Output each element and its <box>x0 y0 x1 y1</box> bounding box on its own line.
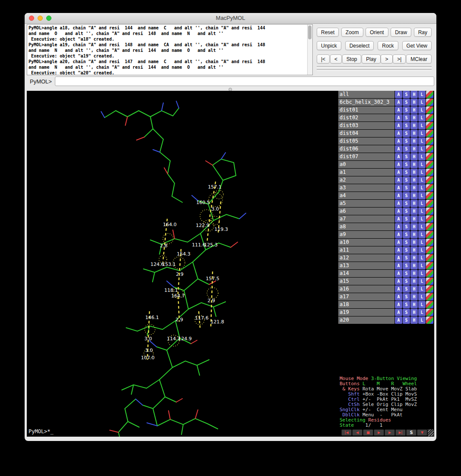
object-h-button[interactable]: H <box>410 169 418 176</box>
object-h-button[interactable]: H <box>410 208 418 215</box>
object-l-button[interactable]: L <box>418 114 426 121</box>
object-color-button[interactable] <box>426 200 433 207</box>
object-a-button[interactable]: A <box>395 293 402 300</box>
object-a-button[interactable]: A <box>395 270 402 277</box>
zoom-button[interactable]: Zoom <box>341 28 363 37</box>
object-a-button[interactable]: A <box>395 91 402 98</box>
object-l-button[interactable]: L <box>418 130 426 137</box>
object-a-button[interactable]: A <box>395 254 402 262</box>
object-a-button[interactable]: A <box>395 208 402 215</box>
object-s-button[interactable]: S <box>403 246 410 254</box>
object-l-button[interactable]: L <box>418 262 426 269</box>
object-color-button[interactable] <box>426 231 433 238</box>
object-s-button[interactable]: S <box>403 316 410 324</box>
object-color-button[interactable] <box>426 262 433 269</box>
stop-playback-button[interactable]: ■ <box>363 429 373 436</box>
object-s-button[interactable]: S <box>403 176 410 184</box>
object-a-button[interactable]: A <box>395 130 402 137</box>
object-a-button[interactable]: A <box>395 262 402 269</box>
object-s-button[interactable]: S <box>403 239 410 246</box>
object-s-button[interactable]: S <box>403 215 410 223</box>
object-color-button[interactable] <box>426 130 433 137</box>
object-l-button[interactable]: L <box>418 145 426 153</box>
object-l-button[interactable]: L <box>418 316 426 324</box>
object-s-button[interactable]: S <box>403 106 410 114</box>
object-h-button[interactable]: H <box>410 130 418 137</box>
play-button[interactable]: Play <box>362 54 380 64</box>
object-s-button[interactable]: S <box>403 184 410 192</box>
object-h-button[interactable]: H <box>410 106 418 114</box>
object-a-button[interactable]: A <box>395 106 402 114</box>
object-l-button[interactable]: L <box>418 192 426 199</box>
object-l-button[interactable]: L <box>418 215 426 223</box>
title-bar[interactable]: MacPyMOL <box>25 13 436 24</box>
object-a-button[interactable]: A <box>395 169 402 176</box>
resize-grip[interactable] <box>428 429 434 436</box>
prev-frame-button[interactable]: < <box>330 54 342 64</box>
object-name[interactable]: a20 <box>338 316 394 324</box>
next-frame-button[interactable]: > <box>381 54 392 64</box>
object-name[interactable]: a19 <box>338 309 394 316</box>
object-s-button[interactable]: S <box>403 91 410 98</box>
object-color-button[interactable] <box>426 309 433 316</box>
object-color-button[interactable] <box>426 122 433 129</box>
object-s-button[interactable]: S <box>403 99 410 106</box>
object-name[interactable]: a10 <box>338 239 394 246</box>
object-name[interactable]: dist07 <box>338 153 394 160</box>
object-a-button[interactable]: A <box>395 176 402 184</box>
object-a-button[interactable]: A <box>395 184 402 192</box>
object-h-button[interactable]: H <box>410 231 418 238</box>
ray-button[interactable]: Ray <box>414 28 432 37</box>
object-l-button[interactable]: L <box>418 231 426 238</box>
object-color-button[interactable] <box>426 208 433 215</box>
object-color-button[interactable] <box>426 169 433 176</box>
object-a-button[interactable]: A <box>395 153 402 160</box>
mclear-button[interactable]: MClear <box>406 54 432 64</box>
get-view-button[interactable]: Get View <box>402 41 432 50</box>
object-name[interactable]: a4 <box>338 192 394 199</box>
object-a-button[interactable]: A <box>395 99 402 106</box>
object-name[interactable]: dist04 <box>338 130 394 137</box>
reset-button[interactable]: Reset <box>317 28 339 37</box>
object-color-button[interactable] <box>426 114 433 121</box>
object-h-button[interactable]: H <box>410 239 418 246</box>
object-h-button[interactable]: H <box>410 91 418 98</box>
step-forward-button[interactable]: ▶ <box>385 429 395 436</box>
object-a-button[interactable]: A <box>395 137 402 145</box>
object-l-button[interactable]: L <box>418 184 426 192</box>
object-name[interactable]: a7 <box>338 215 394 223</box>
object-l-button[interactable]: L <box>418 246 426 254</box>
object-h-button[interactable]: H <box>410 145 418 153</box>
object-s-button[interactable]: S <box>403 114 410 121</box>
object-color-button[interactable] <box>426 99 433 106</box>
object-color-button[interactable] <box>426 153 433 160</box>
console-scrollbar[interactable] <box>307 25 312 75</box>
object-s-button[interactable]: S <box>403 231 410 238</box>
object-s-button[interactable]: S <box>403 153 410 160</box>
object-a-button[interactable]: A <box>395 114 402 121</box>
object-s-button[interactable]: S <box>403 169 410 176</box>
mouse-panel-line[interactable]: State 1/ 1 <box>340 423 434 428</box>
object-h-button[interactable]: H <box>410 223 418 230</box>
go-first-button[interactable]: |◀ <box>341 429 352 436</box>
object-l-button[interactable]: L <box>418 153 426 160</box>
object-h-button[interactable]: H <box>410 161 418 168</box>
object-a-button[interactable]: A <box>395 161 402 168</box>
object-a-button[interactable]: A <box>395 192 402 199</box>
object-h-button[interactable]: H <box>410 285 418 293</box>
object-h-button[interactable]: H <box>410 99 418 106</box>
object-s-button[interactable]: S <box>403 223 410 230</box>
object-l-button[interactable]: L <box>418 161 426 168</box>
object-name[interactable]: dist03 <box>338 122 394 129</box>
object-h-button[interactable]: H <box>410 176 418 184</box>
first-frame-button[interactable]: |< <box>317 54 330 64</box>
object-s-button[interactable]: S <box>403 130 410 137</box>
object-color-button[interactable] <box>426 192 433 199</box>
object-s-button[interactable]: S <box>403 309 410 316</box>
object-name[interactable]: a16 <box>338 285 394 293</box>
object-color-button[interactable] <box>426 270 433 277</box>
object-s-button[interactable]: S <box>403 200 410 207</box>
panel-menu-button[interactable]: ▼ <box>417 429 427 436</box>
step-back-button[interactable]: ◀ <box>352 429 362 436</box>
object-h-button[interactable]: H <box>410 316 418 324</box>
